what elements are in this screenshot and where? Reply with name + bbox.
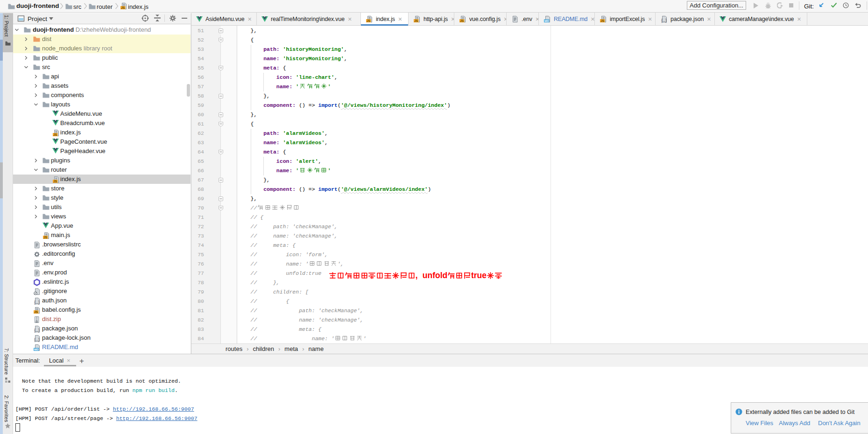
svg-text:JS: JS <box>53 133 57 136</box>
svg-text:{..}: {..} <box>34 329 40 333</box>
svg-text:JS: JS <box>367 19 371 22</box>
svg-text:JS: JS <box>43 236 48 239</box>
svg-text:MD: MD <box>34 348 39 351</box>
svg-text:JS: JS <box>460 19 464 22</box>
svg-text:{..}: {..} <box>34 338 40 342</box>
svg-text:JS: JS <box>600 19 605 22</box>
svg-text:JS: JS <box>53 180 57 183</box>
svg-text:JS: JS <box>414 19 418 22</box>
svg-text:{..}: {..} <box>34 301 40 305</box>
svg-text:JS: JS <box>121 6 125 9</box>
svg-text:{..}: {..} <box>661 19 667 23</box>
svg-text:MD: MD <box>544 20 549 22</box>
svg-text:JS: JS <box>34 310 38 314</box>
